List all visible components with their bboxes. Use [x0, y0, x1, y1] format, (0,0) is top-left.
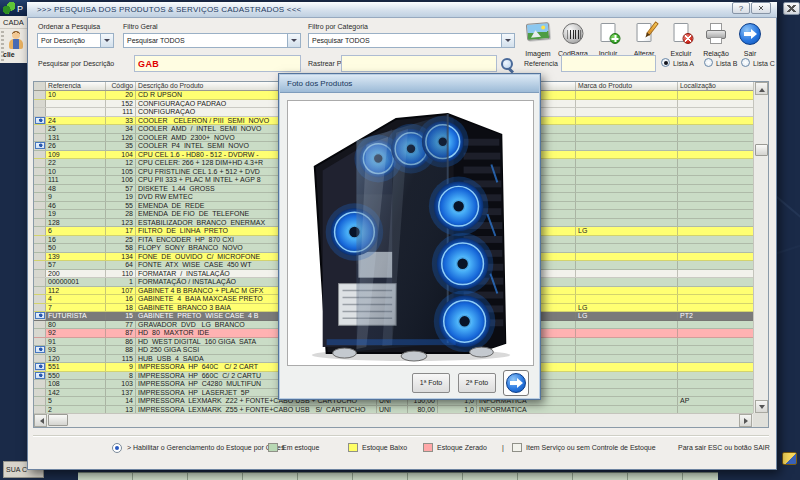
horizontal-scrollbar[interactable]: [34, 413, 753, 427]
filtro-geral-combobox[interactable]: Pesquisar TODOS: [123, 33, 301, 48]
cell-marca: [576, 287, 678, 295]
help-button[interactable]: ?: [732, 2, 750, 14]
codbarra-button[interactable]: CodBarra: [556, 21, 590, 58]
lista-a-radio[interactable]: [661, 58, 670, 67]
cell-marca: [576, 100, 678, 108]
cell-marca: [576, 244, 678, 252]
ordenar-combobox[interactable]: Por Descrição: [37, 33, 114, 48]
excluir-button[interactable]: Excluir: [664, 21, 698, 58]
clientes-icon[interactable]: [8, 31, 24, 50]
cell-referencia: 57: [46, 261, 106, 269]
barcode-icon: [563, 23, 584, 44]
cell-unidade: UNI: [377, 406, 408, 414]
header-referencia[interactable]: Referencia: [46, 82, 106, 90]
cell-codigo: 107: [106, 287, 136, 295]
stock-color-toggle-label[interactable]: > Habilitar o Gerenciamento do Estoque p…: [127, 444, 284, 451]
cell-referencia: 91: [46, 338, 106, 346]
referencia-input[interactable]: [561, 55, 656, 72]
chevron-down-icon[interactable]: [287, 34, 300, 47]
help-icon: ?: [739, 4, 743, 13]
cell-marca: [576, 219, 678, 227]
cell-referencia: 24: [46, 117, 106, 125]
cell-referencia: 5: [46, 397, 106, 405]
header-localizacao[interactable]: Localização: [678, 82, 753, 90]
cell-codigo: 134: [106, 253, 136, 261]
photo-dialog-titlebar[interactable]: Foto dos Produtos: [280, 75, 539, 93]
cell-referencia: 93: [46, 346, 106, 354]
cell-marca: [576, 380, 678, 388]
imagem-button[interactable]: Imagem: [521, 21, 555, 58]
lista-c-radio[interactable]: [741, 58, 750, 67]
tray-icon[interactable]: [782, 452, 797, 465]
edit-document-icon: [637, 23, 652, 42]
menu-item-cadastros[interactable]: CADA: [3, 18, 24, 27]
filtro-categoria-value: Pesquisar TODOS: [312, 34, 370, 47]
row-gutter: [34, 176, 46, 184]
cell-codigo: 111: [106, 108, 136, 116]
cell-codigo: 8: [106, 372, 136, 380]
cell-marca: LG: [576, 304, 678, 312]
header-marca[interactable]: Marca do Produto: [576, 82, 678, 90]
cell-marca: [576, 389, 678, 397]
vertical-scroll-thumb[interactable]: [755, 144, 768, 156]
row-gutter: [34, 159, 46, 167]
relacao-button[interactable]: Relação: [699, 21, 733, 58]
lista-c-label[interactable]: Lista C: [753, 60, 775, 67]
cell-marca: [576, 176, 678, 184]
cell-referencia: 16: [46, 236, 106, 244]
vertical-scrollbar[interactable]: [753, 82, 768, 414]
row-gutter: [34, 227, 46, 235]
parent-close-button[interactable]: [783, 2, 800, 15]
scroll-left-button[interactable]: [34, 414, 47, 427]
chevron-down-icon[interactable]: [100, 34, 113, 47]
search-window-titlebar[interactable]: >>> PESQUISA DOS PRODUTOS & SERVIÇOS CAD…: [27, 2, 777, 18]
search-description-input[interactable]: [134, 55, 301, 72]
lista-a-label[interactable]: Lista A: [673, 60, 694, 67]
background-grid-strip: [78, 472, 718, 480]
horizontal-scroll-thumb[interactable]: [48, 414, 68, 426]
second-photo-button[interactable]: 2ª Foto: [458, 373, 496, 393]
legend-swatch-estoque-baixo: [348, 443, 358, 452]
cell-codigo: 103: [106, 380, 136, 388]
cell-codigo: 35: [106, 142, 136, 150]
scroll-up-button[interactable]: [755, 82, 768, 95]
cell-codigo: 28: [106, 210, 136, 218]
cell-referencia: 10: [46, 168, 106, 176]
parent-menu-bar[interactable]: CADA: [0, 16, 27, 29]
filtro-geral-label: Filtro Geral: [123, 23, 158, 30]
cell-marca: [576, 168, 678, 176]
close-window-button[interactable]: [751, 2, 771, 14]
search-icon[interactable]: [500, 57, 514, 71]
scroll-down-button[interactable]: [755, 400, 768, 413]
row-gutter: [34, 329, 46, 337]
incluir-button[interactable]: Incluir: [591, 21, 625, 58]
excluir-button-label: Excluir: [664, 50, 698, 57]
cell-referencia: 4: [46, 295, 106, 303]
rastrear-input[interactable]: [341, 55, 497, 72]
cell-referencia: 109: [46, 151, 106, 159]
sair-button[interactable]: Sair: [733, 21, 767, 58]
cell-localizacao: [678, 270, 753, 278]
alterar-button[interactable]: Alterar: [627, 21, 661, 58]
clientes-button-label[interactable]: clie: [3, 51, 15, 58]
row-gutter: [34, 134, 46, 142]
cell-localizacao: [678, 193, 753, 201]
lista-b-radio[interactable]: [704, 58, 713, 67]
arrow-next-icon: [506, 373, 526, 393]
cell-codigo: 19: [106, 193, 136, 201]
scroll-right-button[interactable]: [739, 414, 752, 427]
filtro-categoria-combobox[interactable]: Pesquisar TODOS: [308, 33, 515, 48]
cell-marca: [576, 134, 678, 142]
first-photo-button[interactable]: 1ª Foto: [412, 373, 450, 393]
photo-indicator-icon: [35, 117, 45, 124]
status-toggle-icon[interactable]: [112, 443, 122, 453]
photo-indicator-icon: [35, 142, 45, 149]
cell-codigo: 115: [106, 355, 136, 363]
chevron-down-icon[interactable]: [501, 34, 514, 47]
header-codigo[interactable]: Código: [106, 82, 136, 90]
next-photo-button[interactable]: [503, 370, 529, 396]
cell-codigo: 12: [106, 159, 136, 167]
lista-b-label[interactable]: Lista B: [716, 60, 737, 67]
row-gutter: [34, 142, 46, 150]
filtro-categoria-label: Filtro por Categoria: [308, 23, 368, 30]
